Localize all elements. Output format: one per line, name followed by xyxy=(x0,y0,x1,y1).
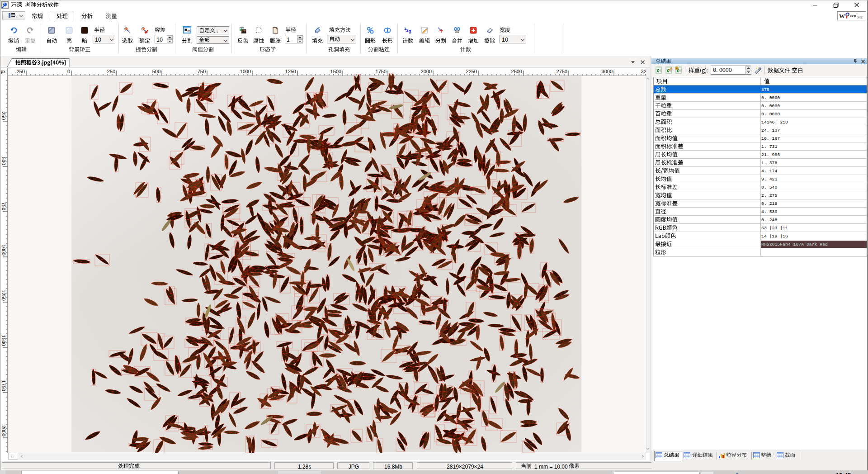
svg-text:1250: 1250 xyxy=(1,290,6,301)
svg-text:750: 750 xyxy=(1,202,6,210)
svg-text:3: 3 xyxy=(409,29,411,34)
svg-text:een: een xyxy=(850,14,856,18)
svg-text:1750: 1750 xyxy=(1,380,6,391)
svg-text:®: ® xyxy=(856,13,858,15)
svg-text:500: 500 xyxy=(1,157,6,165)
svg-text:250: 250 xyxy=(1,112,6,120)
svg-text:2: 2 xyxy=(406,28,409,33)
svg-text:1000: 1000 xyxy=(1,245,6,256)
svg-text:1500: 1500 xyxy=(1,335,6,346)
svg-text:2000: 2000 xyxy=(1,426,6,436)
svg-text:W: W xyxy=(839,13,845,19)
